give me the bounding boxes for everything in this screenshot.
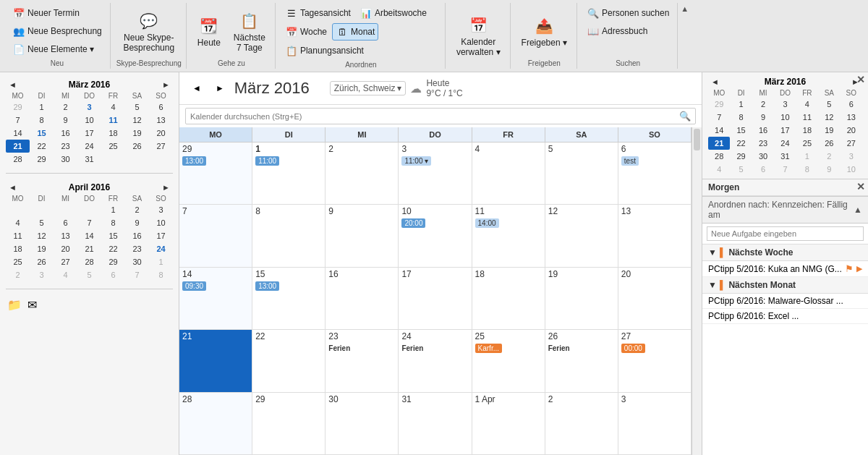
cal-cell[interactable]: 2700:00 xyxy=(618,330,692,391)
neue-elemente-button[interactable]: 📄 Neue Elemente ▾ xyxy=(9,41,98,58)
kalender-verwalten-button[interactable]: 📅 Kalenderverwalten ▾ xyxy=(451,11,506,60)
naechste-7-button[interactable]: 📋 Nächste7 Tage xyxy=(229,7,271,56)
mini-cal-day[interactable]: 19 xyxy=(125,127,149,140)
mini-cal-day[interactable]: 29 xyxy=(730,150,752,163)
cal-cell[interactable]: 13 xyxy=(618,205,692,266)
mini-cal-day[interactable]: 21 xyxy=(708,137,730,150)
mini-cal-day[interactable] xyxy=(77,203,101,216)
mini-cal-day[interactable]: 17 xyxy=(149,229,173,242)
mini-cal-day[interactable]: 3 xyxy=(30,268,54,281)
neue-skype-button[interactable]: 💬 Neue Skype-Besprechung xyxy=(118,7,179,56)
mini-cal-day[interactable]: 26 xyxy=(125,140,149,153)
cal-cell[interactable]: 25Karfr... xyxy=(472,330,545,391)
mini-cal-day[interactable]: 9 xyxy=(818,163,840,176)
cal-scrollbar[interactable] xyxy=(692,127,702,455)
cal-cell[interactable]: 1020:00 xyxy=(399,205,472,266)
search-input[interactable] xyxy=(190,112,679,121)
mini-cal-day[interactable]: 24 xyxy=(77,140,101,153)
mini-cal-day[interactable]: 1 xyxy=(730,98,752,111)
mini-cal-day[interactable]: 4 xyxy=(796,98,818,111)
right-panel-close-icon[interactable]: ✕ xyxy=(856,74,865,85)
morgen-close-icon[interactable]: ✕ xyxy=(856,181,865,192)
mini-cal-day[interactable]: 25 xyxy=(796,137,818,150)
mini-cal-day[interactable]: 6 xyxy=(149,101,173,114)
cal-cell[interactable]: 29 xyxy=(252,393,326,454)
mini-cal-day[interactable]: 17 xyxy=(77,127,101,140)
mini-cal-day[interactable]: 29 xyxy=(101,255,125,268)
mini-cal-day[interactable]: 8 xyxy=(30,114,54,127)
mini-cal-day[interactable]: 28 xyxy=(708,150,730,163)
tagesansicht-button[interactable]: ☰ Tagesansicht xyxy=(281,4,354,22)
cal-cell[interactable]: 31 xyxy=(399,393,472,454)
mini-cal-march-prev[interactable]: ◄ xyxy=(6,80,20,89)
mini-cal-day[interactable]: 14 xyxy=(6,127,30,140)
mini-cal-day[interactable] xyxy=(54,203,77,216)
cal-cell[interactable]: 111:00 xyxy=(252,143,326,204)
mini-cal-day[interactable]: 7 xyxy=(6,114,30,127)
mini-cal-day[interactable]: 4 xyxy=(101,101,125,114)
mini-cal-day[interactable]: 3 xyxy=(841,150,862,163)
mini-cal-day[interactable]: 6 xyxy=(101,268,125,281)
cal-cell[interactable]: 16 xyxy=(326,268,399,329)
mini-cal-day[interactable]: 20 xyxy=(149,127,173,140)
planungsansicht-button[interactable]: 📋 Planungsansicht xyxy=(281,42,367,59)
mini-cal-day[interactable] xyxy=(149,153,173,166)
neue-besprechung-button[interactable]: 👥 Neue Besprechung xyxy=(9,22,106,40)
mini-cal-day[interactable]: 13 xyxy=(149,114,173,127)
mini-cal-day[interactable] xyxy=(101,153,125,166)
mini-cal-day[interactable]: 21 xyxy=(6,140,30,153)
mini-cal-day[interactable]: 20 xyxy=(54,242,77,255)
toolbar-collapse[interactable]: ▲ xyxy=(679,3,690,69)
mini-cal-day[interactable]: 21 xyxy=(77,242,101,255)
sidebar-mail-icon[interactable]: ✉ xyxy=(26,297,38,313)
mini-cal-day[interactable]: 3 xyxy=(774,98,796,111)
mini-cal-day[interactable]: 7 xyxy=(77,216,101,229)
woche-button[interactable]: 📅 Woche xyxy=(281,23,331,41)
neuer-termin-button[interactable]: 📅 Neuer Termin xyxy=(9,4,83,22)
mini-cal-day[interactable]: 23 xyxy=(54,140,77,153)
event-badge[interactable]: 11:00 ▾ xyxy=(401,156,431,166)
cal-cell[interactable]: 2 xyxy=(545,393,618,454)
mini-cal-day[interactable]: 12 xyxy=(125,114,149,127)
mini-cal-day[interactable]: 7 xyxy=(774,163,796,176)
mini-cal-day[interactable]: 27 xyxy=(841,137,862,150)
mini-cal-day[interactable]: 16 xyxy=(752,124,774,137)
mini-cal-day[interactable]: 2 xyxy=(54,101,77,114)
mini-cal-day[interactable]: 1 xyxy=(796,150,818,163)
mini-cal-day[interactable]: 5 xyxy=(125,101,149,114)
cal-cell[interactable]: 17 xyxy=(399,268,472,329)
scrollbar-thumb[interactable] xyxy=(694,129,700,150)
mini-cal-march-next[interactable]: ► xyxy=(159,80,173,89)
mini-cal-day[interactable]: 18 xyxy=(796,124,818,137)
mini-cal-day[interactable]: 28 xyxy=(77,255,101,268)
mini-cal-day[interactable]: 3 xyxy=(77,101,101,114)
mini-cal-day[interactable]: 17 xyxy=(774,124,796,137)
mini-cal-day[interactable]: 16 xyxy=(125,229,149,242)
event-ferien[interactable]: Ferien xyxy=(401,344,423,352)
event-badge[interactable]: test xyxy=(621,156,639,166)
mini-cal-day[interactable]: 4 xyxy=(54,268,77,281)
event-badge[interactable]: 00:00 xyxy=(621,344,645,353)
mini-cal-day[interactable]: 19 xyxy=(818,124,840,137)
cal-cell[interactable]: 4 xyxy=(472,143,545,204)
mini-cal-day[interactable]: 13 xyxy=(841,111,862,124)
event-ferien[interactable]: Ferien xyxy=(548,344,570,352)
cal-cell[interactable]: 1409:30 xyxy=(179,268,252,329)
event-ferien[interactable]: Ferien xyxy=(328,344,350,352)
mini-cal-day[interactable]: 2 xyxy=(752,98,774,111)
mini-cal-day[interactable]: 18 xyxy=(6,242,30,255)
mini-cal-day[interactable]: 5 xyxy=(730,163,752,176)
mini-cal-day[interactable]: 29 xyxy=(708,98,730,111)
monat-button[interactable]: 🗓 Monat xyxy=(332,23,378,41)
mini-cal-day[interactable]: 11 xyxy=(101,114,125,127)
adressbuch-button[interactable]: 📖 Adressbuch xyxy=(583,22,651,40)
mini-cal-day[interactable]: 9 xyxy=(125,216,149,229)
mini-cal-day[interactable]: 22 xyxy=(30,140,54,153)
cal-cell[interactable]: 19 xyxy=(545,268,618,329)
event-badge[interactable]: 13:00 xyxy=(255,281,279,291)
mini-cal-day[interactable]: 8 xyxy=(101,216,125,229)
mini-cal-day[interactable]: 14 xyxy=(708,124,730,137)
mini-cal-day[interactable]: 6 xyxy=(841,98,862,111)
mini-cal-day[interactable]: 8 xyxy=(149,268,173,281)
personen-suchen-button[interactable]: 🔍 Personen suchen xyxy=(583,4,673,22)
